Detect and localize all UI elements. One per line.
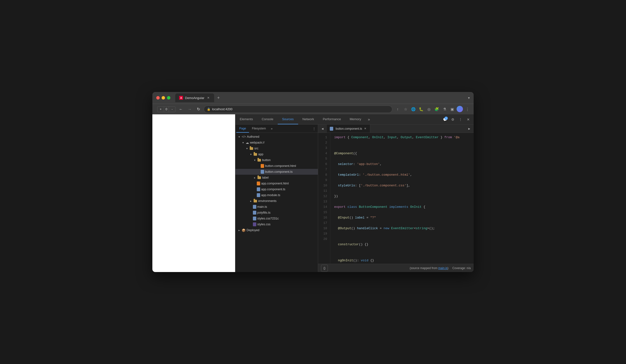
button-ts-icon <box>261 170 264 174</box>
tab-elements[interactable]: Elements <box>235 114 257 124</box>
tree-item-deployed[interactable]: 📦 Deployed <box>235 227 318 233</box>
editor-tab-button-ts[interactable]: button.component.ts ✕ <box>327 125 370 133</box>
devtools-more-button[interactable]: ⋮ <box>457 116 464 123</box>
source-mapped-link[interactable]: main.js <box>438 266 448 270</box>
nav-bar: + 0 - ← → ↻ 🔒 localhost:4200 ↑ ☆ 🌐 🐛 ◎ 🧩… <box>152 104 474 114</box>
tree-item-app[interactable]: app <box>235 151 318 157</box>
sidebar-tabs-more[interactable]: » <box>269 126 274 132</box>
tree-item-button-ts[interactable]: button.component.ts <box>235 169 318 175</box>
layout-button[interactable]: ▣ <box>449 106 456 113</box>
bookmark-button[interactable]: ☆ <box>402 106 409 113</box>
address-bar[interactable]: 🔒 localhost:4200 <box>204 106 392 113</box>
more-button[interactable]: ⋮ <box>464 106 471 113</box>
tree-item-app-ts[interactable]: app.component.ts <box>235 186 318 192</box>
tab-more-button[interactable]: » <box>366 116 372 123</box>
maximize-button[interactable] <box>167 96 170 100</box>
back-button[interactable]: ← <box>177 106 184 113</box>
tab-title: DemoAngular <box>185 96 204 100</box>
webpack-cloud-icon: ☁ <box>246 141 249 145</box>
zoom-plus-button[interactable]: + <box>157 106 164 112</box>
minimize-button[interactable] <box>162 96 165 100</box>
line-numbers: 1 2 3 4 5 6 7 8 9 10 11 12 13 <box>318 133 330 264</box>
app-ts-label: app.component.ts <box>261 188 285 191</box>
tab-console[interactable]: Console <box>257 114 278 124</box>
traffic-lights <box>156 96 170 100</box>
tree-item-app-module[interactable]: app.module.ts <box>235 192 318 198</box>
nav-actions: ↑ ☆ 🌐 🐛 ◎ 🧩 ⚗ ▣ ⋮ <box>394 106 471 113</box>
deployed-box-icon: 📦 <box>242 228 246 232</box>
tree-item-environments[interactable]: environments <box>235 198 318 204</box>
authored-code-icon: </> <box>242 135 246 139</box>
extensions-button[interactable]: 🌐 <box>410 106 417 113</box>
tree-item-button-html[interactable]: button.component.html <box>235 163 318 169</box>
browser-tab[interactable]: A DemoAngular ✕ <box>175 93 214 102</box>
app-module-label: app.module.ts <box>261 193 280 197</box>
app-folder-icon <box>253 152 257 156</box>
main-ts-icon <box>253 205 256 209</box>
tab-list-button[interactable]: ▾ <box>468 96 470 100</box>
app-ts-icon <box>257 187 260 191</box>
app-html-icon <box>257 182 260 185</box>
tree-item-styles-hash[interactable]: styles.css?231c <box>235 216 318 221</box>
refresh-button[interactable]: ↻ <box>195 106 202 113</box>
panel-toggle-left[interactable]: ◂ <box>319 125 326 132</box>
unknown-btn1[interactable]: ◎ <box>426 106 432 113</box>
tree-item-authored[interactable]: </> Authored <box>235 134 318 140</box>
tab-close-button[interactable]: ✕ <box>206 96 210 100</box>
share-button[interactable]: ↑ <box>394 106 401 113</box>
bug-button[interactable]: 🐛 <box>418 106 425 113</box>
profile-avatar[interactable] <box>457 106 463 112</box>
src-label: src <box>254 147 259 150</box>
tree-item-src[interactable]: src <box>235 146 318 151</box>
authored-arrow <box>237 135 241 139</box>
tree-item-webpack[interactable]: ☁ webpack:// <box>235 140 318 146</box>
environments-arrow <box>249 199 253 203</box>
page-content <box>152 114 235 272</box>
polyfills-label: polyfills.ts <box>257 211 271 214</box>
panel-toggle-right[interactable]: ▸ <box>466 125 473 132</box>
devtools-settings-button[interactable]: ⚙ <box>449 116 456 123</box>
authored-label: Authored <box>247 135 259 139</box>
tab-memory[interactable]: Memory <box>345 114 366 124</box>
format-button[interactable]: {} <box>321 265 328 272</box>
tree-item-styles-css[interactable]: styles.css <box>235 221 318 227</box>
button-html-icon <box>261 164 264 168</box>
webpack-arrow <box>241 141 245 145</box>
tab-network[interactable]: Network <box>298 114 319 124</box>
tree-item-app-html[interactable]: app.component.html <box>235 181 318 186</box>
forward-button[interactable]: → <box>186 106 193 113</box>
address-url: localhost:4200 <box>212 107 233 111</box>
status-bar-left: {} <box>321 265 328 272</box>
flask-button[interactable]: ⚗ <box>441 106 448 113</box>
tree-item-button[interactable]: button <box>235 157 318 163</box>
main-ts-label: main.ts <box>257 205 267 209</box>
extensions2-button[interactable]: 🧩 <box>433 106 440 113</box>
environments-label: environments <box>258 199 276 203</box>
notification-badge: 1 <box>444 116 448 120</box>
devtools-close-button[interactable]: ✕ <box>465 116 472 123</box>
zoom-minus-button[interactable]: - <box>169 106 175 112</box>
address-lock-icon: 🔒 <box>207 108 211 111</box>
content-area: Elements Console Sources Network Perform… <box>152 114 474 272</box>
sidebar-tab-page[interactable]: Page <box>236 125 249 133</box>
button-label: button <box>262 158 271 162</box>
title-bar: A DemoAngular ✕ + ▾ <box>152 92 474 104</box>
sources-panel: Page Filesystem » ⋮ </> Authore <box>235 125 474 272</box>
tree-item-label[interactable]: label <box>235 175 318 181</box>
sidebar-menu-button[interactable]: ⋮ <box>311 126 317 132</box>
browser-window: A DemoAngular ✕ + ▾ + 0 - ← → ↻ 🔒 localh… <box>152 92 474 272</box>
notifications-button[interactable]: 💬 1 <box>441 116 448 123</box>
sidebar-tab-filesystem[interactable]: Filesystem <box>249 125 269 133</box>
tab-performance[interactable]: Performance <box>318 114 345 124</box>
code-lines: import { Component, OnInit, Input, Outpu… <box>330 133 474 264</box>
editor-tab-close[interactable]: ✕ <box>364 127 367 130</box>
editor-tab-icon <box>330 127 333 131</box>
tree-item-main-ts[interactable]: main.ts <box>235 204 318 210</box>
new-tab-button[interactable]: + <box>215 94 222 101</box>
code-content[interactable]: 1 2 3 4 5 6 7 8 9 10 11 12 13 <box>318 133 474 264</box>
tree-item-polyfills[interactable]: polyfills.ts <box>235 210 318 216</box>
tab-sources[interactable]: Sources <box>278 114 298 124</box>
src-folder-icon <box>249 146 253 150</box>
app-label: app <box>258 152 263 156</box>
close-button[interactable] <box>156 96 160 100</box>
